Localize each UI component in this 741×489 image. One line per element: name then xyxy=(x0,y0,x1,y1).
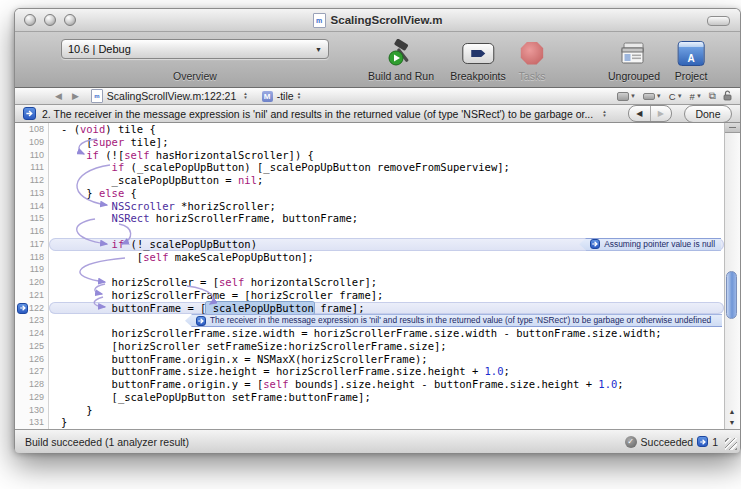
resize-grip[interactable] xyxy=(725,438,737,450)
nav-forward-button[interactable]: ▶ xyxy=(72,91,79,101)
code-text: buttonFrame.origin.y = [self bounds].siz… xyxy=(49,378,724,391)
tasks-button[interactable]: Tasks xyxy=(519,38,546,82)
gutter-line-number[interactable]: 113 xyxy=(15,187,49,200)
analyzer-message-text: 2. The receiver in the message expressio… xyxy=(42,108,593,120)
code-text: if (![self hasHorizontalScroller]) { xyxy=(49,149,724,162)
bookmark-icon xyxy=(617,92,629,101)
gutter-line-number[interactable]: 117 xyxy=(15,238,49,251)
minimize-button[interactable] xyxy=(44,14,56,26)
build-succeeded-label[interactable]: Succeeded xyxy=(641,436,694,448)
code-line-126[interactable]: 126 buttonFrame.origin.x = NSMaxX(horizS… xyxy=(15,353,724,366)
analyzer-arrow-icon xyxy=(23,107,36,120)
code-line-113[interactable]: 113 } else { xyxy=(15,187,724,200)
project-button[interactable]: A Project xyxy=(675,38,708,82)
next-issue-button[interactable]: ▶ xyxy=(651,106,672,121)
code-text: horizScroller = [self horizontalScroller… xyxy=(49,276,724,289)
code-text: - (void) tile { xyxy=(49,123,724,136)
gutter-line-number[interactable]: 108 xyxy=(15,123,49,136)
code-line-117[interactable]: 117 if (!_scalePopUpButton)Assuming poin… xyxy=(15,238,724,251)
method-popup[interactable]: -tile xyxy=(277,90,294,102)
gutter-line-number[interactable]: 110 xyxy=(15,149,49,162)
gutter-line-number[interactable]: 121 xyxy=(15,289,49,302)
code-line-128[interactable]: 128 buttonFrame.origin.y = [self bounds]… xyxy=(15,378,724,391)
document-proxy-icon[interactable]: m xyxy=(313,13,326,28)
project-window-icon: A xyxy=(678,41,705,66)
code-line-125[interactable]: 125 [horizScroller setFrameSize:horizScr… xyxy=(15,340,724,353)
gutter-line-number[interactable]: 120 xyxy=(15,276,49,289)
gutter-line-number[interactable]: 111 xyxy=(15,161,49,174)
code-line-108[interactable]: 108- (void) tile { xyxy=(15,123,724,136)
gutter-line-number[interactable]: 128 xyxy=(15,378,49,391)
analyzer-count[interactable]: 1 xyxy=(712,436,718,448)
code-text xyxy=(49,225,724,238)
code-line-122[interactable]: 122 buttonFrame = [_scalePopUpButton fra… xyxy=(15,302,724,315)
close-button[interactable] xyxy=(24,14,36,26)
gutter-line-number[interactable]: 130 xyxy=(15,404,49,417)
code-text xyxy=(49,263,724,276)
code-line-131[interactable]: 131} xyxy=(15,416,724,429)
nav-back-button[interactable]: ◀ xyxy=(55,91,62,101)
code-line-111[interactable]: 111 if (_scalePopUpButton) [_scalePopUpB… xyxy=(15,161,724,174)
gutter-line-number[interactable]: 125 xyxy=(15,340,49,353)
lock-icon[interactable] xyxy=(723,90,732,103)
breakpoint-tag-icon xyxy=(643,93,655,100)
gutter-line-number[interactable]: 127 xyxy=(15,365,49,378)
code-line-110[interactable]: 110 if (![self hasHorizontalScroller]) { xyxy=(15,149,724,162)
gutter-line-number[interactable]: 131 xyxy=(15,416,49,429)
code-line-121[interactable]: 121 horizScrollerFrame = [horizScroller … xyxy=(15,289,724,302)
zoom-button[interactable] xyxy=(64,14,76,26)
build-and-run-button[interactable]: Build and Run xyxy=(368,38,434,82)
window-title: ScalingScrollView.m xyxy=(331,14,443,26)
code-line-118[interactable]: 118 [self makeScalePopUpButton]; xyxy=(15,251,724,264)
breakpoints-button[interactable]: Breakpoints xyxy=(450,38,505,82)
analyzer-count-icon[interactable] xyxy=(697,436,708,447)
code-line-123[interactable]: 123The receiver in the message expressio… xyxy=(15,314,724,327)
overview-popup[interactable]: 10.6 | Debug ▼ xyxy=(61,39,329,59)
code-line-115[interactable]: 115 NSRect horizScrollerFrame, buttonFra… xyxy=(15,212,724,225)
code-line-119[interactable]: 119 xyxy=(15,263,724,276)
selected-token[interactable]: _scalePopUpButton xyxy=(206,302,313,314)
gutter-line-number[interactable]: 119 xyxy=(15,263,49,276)
class-menu-button[interactable]: C▼ xyxy=(669,91,683,102)
gutter-line-number[interactable]: 114 xyxy=(15,200,49,213)
gutter-line-number[interactable]: 129 xyxy=(15,391,49,404)
gutter-line-number[interactable]: 124 xyxy=(15,327,49,340)
code-line-114[interactable]: 114 NSScroller *horizScroller; xyxy=(15,200,724,213)
code-line-112[interactable]: 112 _scalePopUpButton = nil; xyxy=(15,174,724,187)
scroll-up-button[interactable]: ▲ xyxy=(725,406,739,417)
counterpart-icon[interactable]: ⧉ xyxy=(709,91,716,101)
prev-issue-button[interactable]: ◀ xyxy=(629,106,651,121)
build-status-text: Build succeeded (1 analyzer result) xyxy=(15,436,189,448)
scroll-down-button[interactable]: ▼ xyxy=(725,417,739,428)
code-line-120[interactable]: 120 horizScroller = [self horizontalScro… xyxy=(15,276,724,289)
done-button[interactable]: Done xyxy=(684,105,732,123)
code-line-130[interactable]: 130 } xyxy=(15,404,724,417)
code-line-127[interactable]: 127 buttonFrame.size.height = horizScrol… xyxy=(15,365,724,378)
gutter-line-number[interactable]: 118 xyxy=(15,251,49,264)
breakpoints-menu-button[interactable]: ▼ xyxy=(643,93,662,100)
gutter-line-number[interactable]: 126 xyxy=(15,353,49,366)
title-bar[interactable]: m ScalingScrollView.m xyxy=(15,9,740,32)
gutter-line-number[interactable]: 109 xyxy=(15,136,49,149)
stepper-icon[interactable]: ▲▼ xyxy=(602,110,606,118)
code-line-116[interactable]: 116 xyxy=(15,225,724,238)
code-line-129[interactable]: 129 [_scalePopUpButton setFrame:buttonFr… xyxy=(15,391,724,404)
gutter-line-number[interactable]: 123 xyxy=(15,314,49,327)
code-line-109[interactable]: 109 [super tile]; xyxy=(15,136,724,149)
gutter-line-number[interactable]: 112 xyxy=(15,174,49,187)
toolbar-toggle-button[interactable] xyxy=(707,16,730,26)
issue-prev-next-control: ◀ ▶ xyxy=(628,105,672,122)
gutter-line-number[interactable]: 116 xyxy=(15,225,49,238)
bookmarks-menu-button[interactable]: ▼ xyxy=(617,92,636,101)
hammer-play-icon xyxy=(386,38,416,68)
file-history-popup[interactable]: m ScalingScrollView.m:122:21 ▲▼ xyxy=(91,89,248,103)
ungrouped-button[interactable]: Ungrouped xyxy=(608,38,660,82)
code-line-124[interactable]: 124 horizScrollerFrame.size.width = hori… xyxy=(15,327,724,340)
code-editor[interactable]: 108- (void) tile {109 [super tile];110 i… xyxy=(15,123,740,429)
scrollbar-thumb[interactable] xyxy=(726,271,737,319)
analyzer-result-gutter-icon[interactable] xyxy=(17,303,28,314)
vertical-scrollbar[interactable]: ▲ ▼ xyxy=(724,123,740,429)
split-pane-handle[interactable] xyxy=(725,123,740,133)
include-menu-button[interactable]: #▼ xyxy=(690,91,702,102)
gutter-line-number[interactable]: 115 xyxy=(15,212,49,225)
